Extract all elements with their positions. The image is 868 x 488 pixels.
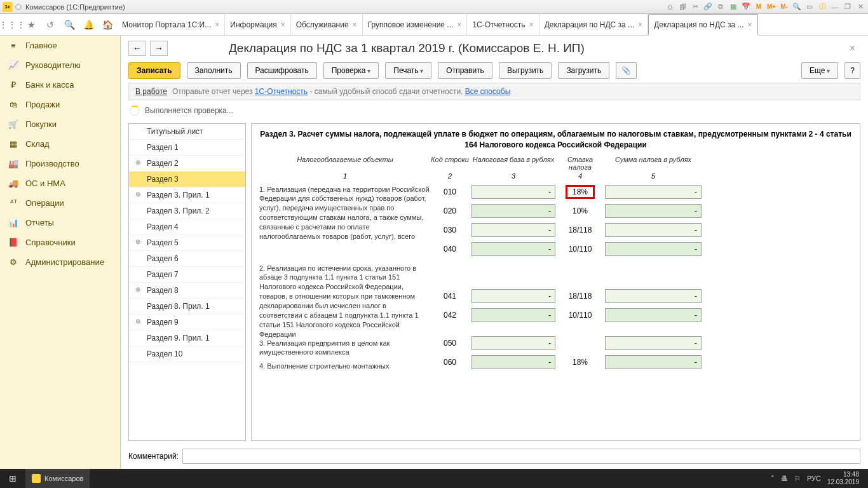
taskbar-app[interactable]: Комиссаров (25, 469, 90, 488)
taskbar-clock[interactable]: 13:48 12.03.2019 (827, 471, 863, 486)
base-input[interactable] (471, 355, 555, 369)
tb-icon[interactable]: 🗐 (677, 2, 688, 12)
tb-m-icon[interactable]: M (754, 2, 764, 12)
tab-active[interactable]: Декларация по НДС за ...× (648, 14, 757, 36)
sum-input[interactable] (605, 204, 702, 218)
sidebar-item[interactable]: 📊Отчеты (0, 213, 120, 233)
decipher-button[interactable]: Расшифровать (247, 62, 317, 79)
base-input[interactable] (471, 308, 555, 322)
tray-chevron-icon[interactable]: ˄ (771, 475, 775, 483)
sidebar-item[interactable]: 📕Справочники (0, 233, 120, 252)
sum-input[interactable] (605, 242, 702, 256)
send-button[interactable]: Отправить (438, 62, 492, 79)
tree-item[interactable]: Раздел 7 (129, 267, 245, 283)
tree-item[interactable]: Раздел 9. Прил. 1 (129, 330, 245, 346)
apps-icon[interactable]: ⋮⋮⋮ (3, 14, 22, 35)
minimize-icon[interactable]: — (830, 2, 840, 12)
sidebar-item[interactable]: 🚚ОС и НМА (0, 173, 120, 193)
search-icon[interactable]: 🔍 (60, 14, 79, 35)
check-button[interactable]: Проверка (323, 62, 379, 79)
tray-lang[interactable]: РУС (807, 475, 821, 482)
sum-input[interactable] (605, 355, 702, 369)
save-button[interactable]: Записать (128, 62, 180, 79)
tb-icon[interactable]: ⧉ (715, 2, 726, 12)
tree-item[interactable]: Раздел 1 (129, 140, 245, 156)
base-input[interactable] (471, 204, 555, 218)
import-button[interactable]: Загрузить (558, 62, 609, 79)
tab[interactable]: Декларация по НДС за ...× (539, 14, 648, 35)
close-icon[interactable]: × (529, 20, 534, 29)
tb-icon[interactable]: 🔗 (703, 2, 713, 12)
tree-item[interactable]: ⊕Раздел 8 (129, 283, 245, 299)
sidebar-item[interactable]: ⚙Администрирование (0, 252, 120, 272)
tb-mplus-icon[interactable]: M+ (766, 2, 776, 12)
tab[interactable]: Информация× (225, 14, 291, 35)
tree-item[interactable]: ⊕Раздел 3. Прил. 1 (129, 187, 245, 203)
bell-icon[interactable]: 🔔 (79, 14, 98, 35)
close-icon[interactable]: × (457, 20, 461, 29)
sidebar-item[interactable]: 🛒Покупки (0, 114, 120, 134)
help-icon[interactable]: ⓘ (817, 2, 827, 12)
close-icon[interactable]: ✕ (855, 2, 865, 12)
tray-icon[interactable]: ⚐ (794, 475, 801, 483)
tree-item[interactable]: Раздел 6 (129, 251, 245, 267)
close-icon[interactable]: × (748, 20, 752, 29)
tray-icon[interactable]: 🖶 (781, 475, 788, 482)
sum-input[interactable] (605, 336, 702, 350)
close-icon[interactable]: × (638, 20, 642, 29)
link-all-methods[interactable]: Все способы (465, 87, 511, 96)
favorite-icon[interactable]: ★ (22, 14, 41, 35)
sidebar-item[interactable]: ᴬᵀОперации (0, 193, 120, 213)
forward-button[interactable]: → (150, 41, 168, 56)
tab[interactable]: Монитор Портала 1С:И...× (117, 14, 225, 35)
start-button[interactable]: ⊞ (0, 469, 25, 488)
tb-icon[interactable]: 🔍 (792, 2, 802, 12)
tree-item[interactable]: ⊕Раздел 2 (129, 156, 245, 172)
comment-input[interactable] (182, 449, 860, 464)
tab[interactable]: Групповое изменение ...× (363, 14, 468, 35)
tree-item[interactable]: Раздел 4 (129, 219, 245, 235)
base-input[interactable] (471, 242, 555, 256)
history-icon[interactable]: ↺ (41, 14, 60, 35)
base-input[interactable] (471, 223, 555, 237)
tab[interactable]: 1С-Отчетность× (467, 14, 539, 35)
tb-icon[interactable]: ▭ (804, 2, 815, 12)
sum-input[interactable] (605, 185, 702, 199)
sidebar-item[interactable]: 🛍Продажи (0, 95, 120, 114)
export-button[interactable]: Выгрузить (499, 62, 552, 79)
close-icon[interactable]: × (215, 20, 219, 29)
close-icon[interactable]: × (353, 20, 357, 29)
home-icon[interactable]: 🏠 (98, 14, 117, 35)
maximize-icon[interactable]: ❐ (843, 2, 853, 12)
sum-input[interactable] (605, 308, 702, 322)
tb-mminus-icon[interactable]: M- (779, 2, 789, 12)
tb-icon[interactable]: ⎙ (665, 2, 675, 12)
sidebar-item[interactable]: ▦Склад (0, 134, 120, 154)
tab[interactable]: Обслуживание× (291, 14, 363, 35)
status-label[interactable]: В работе (135, 87, 167, 96)
more-button[interactable]: Еще (801, 62, 838, 79)
help-button[interactable]: ? (844, 62, 860, 79)
section-tree[interactable]: Титульный лист Раздел 1 ⊕Раздел 2 Раздел… (128, 123, 246, 441)
sidebar-item[interactable]: ≡Главное (0, 36, 120, 55)
tree-item[interactable]: Раздел 3. Прил. 2 (129, 203, 245, 219)
tb-icon[interactable]: ✂ (690, 2, 700, 12)
link-1c-report[interactable]: 1С-Отчетность (255, 87, 308, 96)
print-button[interactable]: Печать (385, 62, 431, 79)
fill-button[interactable]: Заполнить (187, 62, 241, 79)
close-page-icon[interactable]: × (844, 43, 860, 54)
base-input[interactable] (471, 336, 555, 350)
back-button[interactable]: ← (128, 41, 146, 56)
sum-input[interactable] (605, 289, 702, 303)
sidebar-item[interactable]: 🏭Производство (0, 154, 120, 173)
tree-item[interactable]: Раздел 8. Прил. 1 (129, 299, 245, 315)
base-input[interactable] (471, 185, 555, 199)
tb-icon[interactable]: ▦ (728, 2, 738, 12)
sidebar-item[interactable]: 📈Руководителю (0, 55, 120, 75)
sum-input[interactable] (605, 223, 702, 237)
sidebar-item[interactable]: ₽Банк и касса (0, 75, 120, 95)
base-input[interactable] (471, 289, 555, 303)
tree-item[interactable]: ⊕Раздел 5 (129, 235, 245, 251)
tree-item-selected[interactable]: Раздел 3 (129, 172, 245, 187)
tree-item[interactable]: Титульный лист (129, 124, 245, 140)
